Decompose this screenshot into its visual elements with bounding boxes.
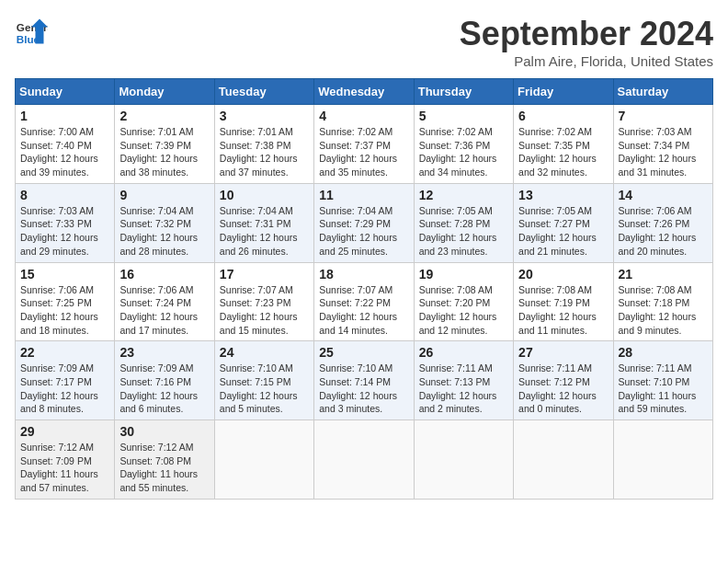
location: Palm Aire, Florida, United States bbox=[460, 53, 713, 69]
day-info: Sunrise: 7:01 AMSunset: 7:38 PMDaylight:… bbox=[220, 125, 309, 179]
day-number: 27 bbox=[518, 345, 608, 360]
weekday-header-monday: Monday bbox=[115, 79, 214, 105]
day-info: Sunrise: 7:10 AMSunset: 7:14 PMDaylight:… bbox=[319, 362, 408, 416]
calendar-cell: 30Sunrise: 7:12 AMSunset: 7:08 PMDayligh… bbox=[115, 420, 214, 500]
weekday-header-wednesday: Wednesday bbox=[314, 79, 414, 105]
day-info: Sunrise: 7:11 AMSunset: 7:13 PMDaylight:… bbox=[419, 362, 508, 416]
day-info: Sunrise: 7:03 AMSunset: 7:34 PMDaylight:… bbox=[619, 125, 708, 179]
calendar-cell: 2Sunrise: 7:01 AMSunset: 7:39 PMDaylight… bbox=[115, 105, 214, 184]
calendar-cell bbox=[613, 420, 712, 500]
day-number: 1 bbox=[20, 109, 109, 123]
day-number: 7 bbox=[619, 109, 708, 123]
day-info: Sunrise: 7:02 AMSunset: 7:37 PMDaylight:… bbox=[319, 125, 408, 179]
weekday-header-tuesday: Tuesday bbox=[214, 79, 313, 105]
calendar-cell: 14Sunrise: 7:06 AMSunset: 7:26 PMDayligh… bbox=[613, 183, 712, 262]
calendar-cell: 7Sunrise: 7:03 AMSunset: 7:34 PMDaylight… bbox=[613, 105, 712, 184]
calendar-week-row: 15Sunrise: 7:06 AMSunset: 7:25 PMDayligh… bbox=[16, 262, 713, 341]
weekday-header-saturday: Saturday bbox=[613, 79, 712, 105]
day-info: Sunrise: 7:11 AMSunset: 7:12 PMDaylight:… bbox=[518, 362, 608, 416]
day-number: 2 bbox=[119, 109, 209, 123]
day-number: 10 bbox=[220, 188, 309, 202]
day-info: Sunrise: 7:04 AMSunset: 7:32 PMDaylight:… bbox=[119, 204, 209, 259]
calendar-cell: 21Sunrise: 7:08 AMSunset: 7:18 PMDayligh… bbox=[613, 262, 712, 341]
calendar-cell: 28Sunrise: 7:11 AMSunset: 7:10 PMDayligh… bbox=[613, 341, 712, 420]
calendar-header-row: SundayMondayTuesdayWednesdayThursdayFrid… bbox=[16, 79, 713, 105]
day-info: Sunrise: 7:06 AMSunset: 7:25 PMDaylight:… bbox=[20, 283, 109, 338]
day-info: Sunrise: 7:00 AMSunset: 7:40 PMDaylight:… bbox=[20, 125, 109, 179]
calendar-cell: 18Sunrise: 7:07 AMSunset: 7:22 PMDayligh… bbox=[314, 262, 414, 341]
day-number: 24 bbox=[220, 345, 309, 360]
weekday-header-friday: Friday bbox=[514, 79, 613, 105]
day-info: Sunrise: 7:06 AMSunset: 7:26 PMDaylight:… bbox=[619, 204, 708, 259]
calendar-week-row: 8Sunrise: 7:03 AMSunset: 7:33 PMDaylight… bbox=[16, 183, 713, 262]
day-info: Sunrise: 7:09 AMSunset: 7:16 PMDaylight:… bbox=[119, 362, 209, 416]
calendar-cell: 9Sunrise: 7:04 AMSunset: 7:32 PMDaylight… bbox=[115, 183, 214, 262]
calendar-cell: 19Sunrise: 7:08 AMSunset: 7:20 PMDayligh… bbox=[414, 262, 513, 341]
day-info: Sunrise: 7:02 AMSunset: 7:35 PMDaylight:… bbox=[518, 125, 608, 179]
day-number: 28 bbox=[619, 345, 708, 360]
weekday-header-sunday: Sunday bbox=[16, 79, 115, 105]
day-number: 26 bbox=[419, 345, 508, 360]
day-info: Sunrise: 7:07 AMSunset: 7:22 PMDaylight:… bbox=[319, 283, 408, 338]
day-number: 4 bbox=[319, 109, 408, 123]
calendar-cell: 3Sunrise: 7:01 AMSunset: 7:38 PMDaylight… bbox=[214, 105, 313, 184]
day-info: Sunrise: 7:04 AMSunset: 7:31 PMDaylight:… bbox=[220, 204, 309, 259]
calendar-cell: 29Sunrise: 7:12 AMSunset: 7:09 PMDayligh… bbox=[16, 420, 115, 500]
day-number: 5 bbox=[419, 109, 508, 123]
day-number: 11 bbox=[319, 188, 408, 202]
day-number: 8 bbox=[20, 188, 109, 202]
day-info: Sunrise: 7:05 AMSunset: 7:27 PMDaylight:… bbox=[518, 204, 608, 259]
calendar-cell: 22Sunrise: 7:09 AMSunset: 7:17 PMDayligh… bbox=[16, 341, 115, 420]
day-number: 21 bbox=[619, 267, 708, 282]
day-info: Sunrise: 7:02 AMSunset: 7:36 PMDaylight:… bbox=[419, 125, 508, 179]
calendar-week-row: 22Sunrise: 7:09 AMSunset: 7:17 PMDayligh… bbox=[16, 341, 713, 420]
calendar-cell: 4Sunrise: 7:02 AMSunset: 7:37 PMDaylight… bbox=[314, 105, 414, 184]
day-info: Sunrise: 7:08 AMSunset: 7:20 PMDaylight:… bbox=[419, 283, 508, 338]
day-number: 16 bbox=[119, 267, 209, 282]
calendar-cell: 27Sunrise: 7:11 AMSunset: 7:12 PMDayligh… bbox=[514, 341, 613, 420]
day-number: 9 bbox=[119, 188, 209, 202]
day-number: 13 bbox=[518, 188, 608, 202]
calendar-cell: 24Sunrise: 7:10 AMSunset: 7:15 PMDayligh… bbox=[214, 341, 313, 420]
logo-icon: General Blue bbox=[15, 15, 48, 48]
title-area: September 2024 Palm Aire, Florida, Unite… bbox=[460, 15, 713, 69]
day-number: 23 bbox=[119, 345, 209, 360]
month-title: September 2024 bbox=[460, 15, 713, 53]
day-number: 15 bbox=[20, 267, 109, 282]
day-info: Sunrise: 7:12 AMSunset: 7:08 PMDaylight:… bbox=[119, 441, 209, 495]
day-number: 30 bbox=[119, 424, 209, 439]
calendar-cell: 10Sunrise: 7:04 AMSunset: 7:31 PMDayligh… bbox=[214, 183, 313, 262]
day-number: 25 bbox=[319, 345, 408, 360]
day-info: Sunrise: 7:06 AMSunset: 7:24 PMDaylight:… bbox=[119, 283, 209, 338]
day-number: 14 bbox=[619, 188, 708, 202]
day-number: 20 bbox=[518, 267, 608, 282]
day-number: 22 bbox=[20, 345, 109, 360]
weekday-header-thursday: Thursday bbox=[414, 79, 513, 105]
calendar-cell: 15Sunrise: 7:06 AMSunset: 7:25 PMDayligh… bbox=[16, 262, 115, 341]
day-info: Sunrise: 7:01 AMSunset: 7:39 PMDaylight:… bbox=[119, 125, 209, 179]
calendar-week-row: 29Sunrise: 7:12 AMSunset: 7:09 PMDayligh… bbox=[16, 420, 713, 500]
calendar-week-row: 1Sunrise: 7:00 AMSunset: 7:40 PMDaylight… bbox=[16, 105, 713, 184]
calendar-cell: 12Sunrise: 7:05 AMSunset: 7:28 PMDayligh… bbox=[414, 183, 513, 262]
calendar-cell: 26Sunrise: 7:11 AMSunset: 7:13 PMDayligh… bbox=[414, 341, 513, 420]
day-info: Sunrise: 7:08 AMSunset: 7:18 PMDaylight:… bbox=[619, 283, 708, 338]
calendar-cell: 1Sunrise: 7:00 AMSunset: 7:40 PMDaylight… bbox=[16, 105, 115, 184]
calendar-cell: 20Sunrise: 7:08 AMSunset: 7:19 PMDayligh… bbox=[514, 262, 613, 341]
calendar-cell: 23Sunrise: 7:09 AMSunset: 7:16 PMDayligh… bbox=[115, 341, 214, 420]
day-info: Sunrise: 7:08 AMSunset: 7:19 PMDaylight:… bbox=[518, 283, 608, 338]
calendar-cell: 13Sunrise: 7:05 AMSunset: 7:27 PMDayligh… bbox=[514, 183, 613, 262]
day-number: 19 bbox=[419, 267, 508, 282]
day-number: 17 bbox=[220, 267, 309, 282]
day-info: Sunrise: 7:03 AMSunset: 7:33 PMDaylight:… bbox=[20, 204, 109, 259]
calendar-cell: 17Sunrise: 7:07 AMSunset: 7:23 PMDayligh… bbox=[214, 262, 313, 341]
calendar-cell: 11Sunrise: 7:04 AMSunset: 7:29 PMDayligh… bbox=[314, 183, 414, 262]
calendar-cell: 6Sunrise: 7:02 AMSunset: 7:35 PMDaylight… bbox=[514, 105, 613, 184]
day-info: Sunrise: 7:09 AMSunset: 7:17 PMDaylight:… bbox=[20, 362, 109, 416]
day-info: Sunrise: 7:05 AMSunset: 7:28 PMDaylight:… bbox=[419, 204, 508, 259]
calendar-cell: 8Sunrise: 7:03 AMSunset: 7:33 PMDaylight… bbox=[16, 183, 115, 262]
calendar-cell: 5Sunrise: 7:02 AMSunset: 7:36 PMDaylight… bbox=[414, 105, 513, 184]
calendar-cell bbox=[414, 420, 513, 500]
day-info: Sunrise: 7:10 AMSunset: 7:15 PMDaylight:… bbox=[220, 362, 309, 416]
day-info: Sunrise: 7:12 AMSunset: 7:09 PMDaylight:… bbox=[20, 441, 109, 495]
day-number: 29 bbox=[20, 424, 109, 439]
